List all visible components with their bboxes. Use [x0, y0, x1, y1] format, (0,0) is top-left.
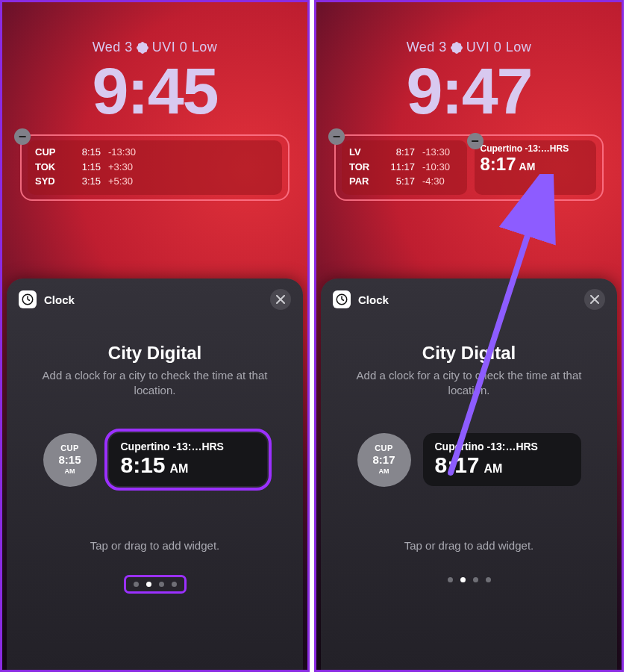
screenshot-left: Wed 3 UVI 0 Low 9:45 − CUP 8:15 -13:30 T…	[0, 0, 310, 672]
widget-picker-sheet[interactable]: Clock City Digital Add a clock for a cit…	[7, 279, 303, 670]
city-code: PAR	[349, 174, 378, 189]
sheet-header: Clock	[7, 279, 303, 313]
widget-preview-row[interactable]: CUP 8:17 AM Cupertino -13:…HRS 8:17AM	[321, 433, 617, 487]
preview-ampm: AM	[484, 462, 503, 475]
preview-time: 8:17	[372, 453, 395, 467]
preview-time-value: 8:15	[121, 452, 166, 477]
page-dot-active	[460, 577, 466, 582]
widget-city-label: Cupertino -13:…HRS	[481, 143, 591, 154]
preview-ampm: AM	[379, 467, 389, 476]
worldclock-row: CUP 8:15 -13:30	[35, 145, 275, 160]
widget-picker-sheet[interactable]: Clock City Digital Add a clock for a cit…	[321, 279, 617, 670]
sheet-header: Clock	[321, 279, 617, 313]
worldclock-widget[interactable]: CUP 8:15 -13:30 TOK 1:15 +3:30 SYD 3:15 …	[28, 140, 282, 195]
uv-text: UVI 0 Low	[466, 40, 532, 55]
lockscreen-time[interactable]: 9:45	[2, 58, 307, 124]
preview-time: 8:17AM	[435, 452, 569, 477]
sun-icon	[137, 43, 148, 53]
lockscreen-top: Wed 3 UVI 0 Low 9:45	[2, 2, 307, 124]
widget-subtitle: Add a clock for a city to check the time…	[348, 368, 590, 399]
preview-ampm: AM	[170, 462, 189, 475]
widget-preview-small[interactable]: CUP 8:17 AM	[357, 433, 411, 487]
worldclock-row: PAR 5:17 -4:30	[349, 174, 460, 189]
sheet-app-title: Clock	[44, 293, 270, 306]
city-time: 3:15	[71, 174, 101, 189]
widget-ampm: AM	[519, 161, 536, 172]
dateline[interactable]: Wed 3 UVI 0 Low	[2, 40, 307, 55]
city-code: TOR	[349, 160, 378, 175]
widget-preview-large[interactable]: Cupertino -13:…HRS 8:15AM	[109, 433, 267, 486]
page-dot	[172, 582, 177, 587]
city-code: CUP	[35, 145, 63, 160]
widget-subtitle: Add a clock for a city to check the time…	[34, 368, 276, 399]
clock-app-icon	[19, 290, 37, 308]
city-offset: -13:30	[422, 145, 460, 160]
sheet-app-title: Clock	[358, 293, 584, 306]
preview-city: CUP	[60, 444, 79, 454]
widget-preview-row[interactable]: CUP 8:15 AM Cupertino -13:…HRS 8:15AM	[7, 433, 303, 487]
page-dot-active	[146, 582, 151, 587]
page-dot	[473, 577, 478, 582]
worldclock-row: TOK 1:15 +3:30	[35, 160, 275, 175]
city-time: 5:17	[385, 174, 415, 189]
city-digital-widget[interactable]: − Cupertino -13:…HRS 8:17AM	[475, 140, 597, 195]
sheet-hint: Tap or drag to add widget.	[7, 539, 303, 552]
date-text: Wed 3	[407, 40, 447, 55]
city-code: LV	[349, 145, 378, 160]
city-offset: -4:30	[422, 174, 460, 189]
city-time: 11:17	[385, 160, 415, 175]
city-offset: +5:30	[108, 174, 275, 189]
page-dot	[134, 582, 139, 587]
city-offset: +3:30	[108, 160, 275, 175]
screenshot-right: Wed 3 UVI 0 Low 9:47 − LV 8:17 -13:30 TO…	[314, 0, 624, 672]
sun-icon	[451, 43, 462, 53]
sheet-hint: Tap or drag to add widget.	[321, 539, 617, 552]
worldclock-row: SYD 3:15 +5:30	[35, 174, 275, 189]
worldclock-row: TOR 11:17 -10:30	[349, 160, 460, 175]
preview-label: Cupertino -13:…HRS	[121, 441, 255, 452]
page-indicator[interactable]	[126, 577, 184, 591]
page-dot	[448, 577, 453, 582]
page-dot	[486, 577, 491, 582]
city-time: 8:15	[71, 145, 101, 160]
city-code: TOK	[35, 160, 63, 175]
widget-slot[interactable]: − CUP 8:15 -13:30 TOK 1:15 +3:30 SYD 3:1…	[20, 134, 290, 201]
worldclock-widget[interactable]: LV 8:17 -13:30 TOR 11:17 -10:30 PAR 5:17…	[342, 140, 467, 195]
lockscreen-time[interactable]: 9:47	[316, 58, 622, 124]
city-time: 8:17	[385, 145, 415, 160]
city-offset: -10:30	[422, 160, 460, 175]
uv-text: UVI 0 Low	[152, 40, 218, 55]
clock-app-icon	[333, 290, 351, 308]
widget-preview-small[interactable]: CUP 8:15 AM	[43, 433, 97, 487]
city-offset: -13:30	[108, 145, 275, 160]
widget-preview-large[interactable]: Cupertino -13:…HRS 8:17AM	[423, 433, 581, 486]
widget-time: 8:17AM	[481, 154, 591, 175]
widget-time-value: 8:17	[481, 154, 516, 174]
page-indicator[interactable]	[321, 577, 617, 582]
widget-heading: City Digital	[7, 343, 303, 364]
lockscreen-top: Wed 3 UVI 0 Low 9:47	[316, 2, 622, 124]
date-text: Wed 3	[93, 40, 133, 55]
city-code: SYD	[35, 174, 63, 189]
page-dot	[159, 582, 164, 587]
remove-widget-button[interactable]: −	[328, 128, 345, 145]
preview-time: 8:15	[58, 453, 81, 467]
widget-slot[interactable]: − LV 8:17 -13:30 TOR 11:17 -10:30 PAR 5:…	[334, 134, 604, 201]
preview-time: 8:15AM	[121, 452, 255, 477]
widget-heading: City Digital	[321, 343, 617, 364]
preview-label: Cupertino -13:…HRS	[435, 441, 569, 452]
preview-time-value: 8:17	[435, 452, 480, 477]
preview-ampm: AM	[65, 467, 75, 476]
dateline[interactable]: Wed 3 UVI 0 Low	[316, 40, 622, 55]
preview-city: CUP	[375, 444, 393, 454]
worldclock-row: LV 8:17 -13:30	[349, 145, 460, 160]
remove-widget-button[interactable]: −	[467, 133, 484, 149]
remove-widget-button[interactable]: −	[14, 128, 31, 145]
close-sheet-button[interactable]	[270, 289, 291, 310]
close-sheet-button[interactable]	[584, 289, 605, 310]
city-time: 1:15	[71, 160, 101, 175]
